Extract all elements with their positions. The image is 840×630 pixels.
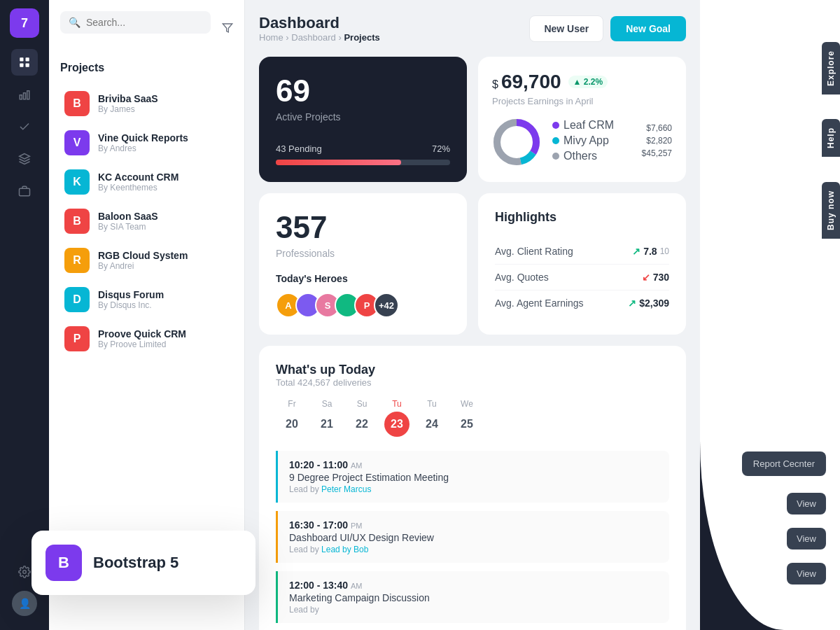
legend-item: Others [552, 150, 631, 162]
progress-pct: 72% [432, 144, 450, 154]
project-item[interactable]: V Vine Quick Reports By Andres [60, 125, 233, 161]
calendar-day[interactable]: Tu 23 [381, 399, 413, 437]
event-lead: Lead by Peter Marcus [289, 484, 658, 494]
project-name: Briviba SaaS [98, 93, 158, 104]
sidebar-item-briefcase[interactable] [11, 178, 38, 204]
cal-day-num: 24 [419, 412, 444, 437]
projects-title: Projects [60, 62, 233, 74]
legend-item: Leaf CRM [552, 119, 631, 132]
event-lead-link[interactable]: Lead by Bob [321, 545, 368, 554]
earnings-dollar: $ [492, 78, 498, 91]
project-logo: B [64, 209, 90, 234]
calendar-day[interactable]: Su 22 [346, 399, 378, 437]
svg-point-9 [23, 570, 27, 574]
view-button-3[interactable]: View [787, 563, 826, 584]
calendar-day[interactable]: Tu 24 [416, 399, 448, 437]
card-earnings: $ 69,700 ▲ 2.2% Projects Earnings in Apr… [478, 57, 686, 182]
progress-bar [276, 160, 450, 165]
view-button-2[interactable]: View [787, 528, 826, 550]
project-name: Disqus Forum [98, 289, 164, 300]
event-item: 12:00 - 13:40 AM Marketing Campaign Disc… [276, 571, 669, 623]
highlight-value: ↗ 7.8 10 [632, 246, 669, 257]
event-lead: Lead by [289, 605, 658, 615]
project-item[interactable]: B Briviba SaaS By James [60, 85, 233, 122]
event-item: 10:20 - 11:00 AM 9 Degree Project Estima… [276, 451, 669, 503]
highlight-key: Avg. Client Rating [495, 246, 573, 257]
project-by: By Disqus Inc. [98, 300, 164, 310]
schedule-subtitle: Total 424,567 deliveries [276, 377, 669, 388]
trend-up-icon: ↗ [628, 298, 636, 309]
heroes-label: Today's Heroes [276, 273, 450, 284]
cal-day-num: 23 [384, 412, 410, 437]
svg-rect-5 [24, 93, 26, 99]
highlight-key: Avg. Agent Earnings [495, 298, 584, 309]
svg-rect-3 [26, 64, 29, 67]
calendar-day[interactable]: We 25 [451, 399, 483, 437]
page-title: Dashboard [259, 14, 380, 32]
report-center-button[interactable]: Report Cecnter [742, 451, 826, 476]
svg-marker-10 [223, 24, 232, 32]
calendar-day[interactable]: Sa 21 [311, 399, 343, 437]
schedule-title: What's up Today [276, 363, 669, 377]
search-input[interactable] [86, 17, 202, 28]
project-item[interactable]: D Disqus Forum By Disqus Inc. [60, 281, 233, 318]
heroes-avatars: ASP+42 [276, 293, 450, 318]
cal-day-num: 21 [314, 412, 340, 437]
legend-dot [552, 153, 559, 160]
new-user-button[interactable]: New User [529, 15, 603, 42]
svg-rect-0 [20, 57, 23, 61]
calendar-day[interactable]: Fr 20 [276, 399, 308, 437]
legend-amount: $2,820 [642, 136, 672, 146]
projects-list: B Briviba SaaS By James V Vine Quick Rep… [60, 85, 233, 357]
cal-day-name: Tu [416, 399, 448, 409]
event-name: 9 Degree Project Estimation Meeting [289, 472, 658, 483]
project-item[interactable]: R RGB Cloud System By Andrei [60, 242, 233, 279]
event-lead-link[interactable]: Peter Marcus [321, 484, 371, 494]
filter-button[interactable] [222, 22, 233, 36]
highlight-row: Avg. Agent Earnings ↗ $2,309 [495, 290, 669, 316]
bootstrap-logo: B [49, 545, 82, 581]
legend-amount: $45,257 [642, 148, 672, 158]
project-item[interactable]: P Proove Quick CRM By Proove Limited [60, 321, 233, 357]
explore-tab[interactable]: Explore [822, 42, 840, 94]
sidebar-item-tasks[interactable] [11, 113, 38, 140]
card-active-projects: 69 Active Projects 43 Pending 72% [259, 57, 467, 182]
earnings-label: Projects Earnings in April [492, 96, 672, 106]
header-actions: New User New Goal [529, 15, 686, 42]
event-time: 10:20 - 11:00 AM [289, 459, 658, 470]
project-name: Baloon SaaS [98, 211, 158, 222]
earnings-badge: ▲ 2.2% [568, 76, 608, 88]
project-name: RGB Cloud System [98, 250, 188, 261]
user-number-badge[interactable]: 7 [10, 8, 39, 38]
view-button-1[interactable]: View [787, 493, 826, 514]
svg-rect-2 [20, 64, 23, 67]
help-tab[interactable]: Help [822, 119, 840, 157]
highlights-title: Highlights [495, 210, 669, 225]
project-name: Proove Quick CRM [98, 328, 186, 340]
new-goal-button[interactable]: New Goal [610, 16, 686, 41]
sidebar-item-layers[interactable] [11, 146, 38, 172]
legend-dot [552, 137, 559, 144]
event-name: Marketing Campaign Discussion [289, 592, 658, 603]
bootstrap-title: Bootstrap 5 [93, 554, 178, 572]
project-name: Vine Quick Reports [98, 132, 188, 144]
projects-panel: 🔍 Projects B Briviba SaaS By James V Vin… [49, 0, 245, 630]
bootstrap-popup: B Bootstrap 5 [49, 531, 245, 595]
project-item[interactable]: K KC Account CRM By Keenthemes [60, 164, 233, 200]
buynow-tab[interactable]: Buy now [822, 182, 840, 239]
card-schedule: What's up Today Total 424,567 deliveries… [259, 346, 686, 630]
card-professionals: 357 Professionals Today's Heroes ASP+42 [259, 193, 467, 335]
main-content: Dashboard Home › Dashboard › Projects Ne… [245, 0, 700, 630]
sidebar-item-dashboard[interactable] [11, 49, 38, 76]
project-logo: B [64, 91, 90, 116]
project-item[interactable]: B Baloon SaaS By SIA Team [60, 203, 233, 239]
professionals-count: 357 [276, 210, 450, 245]
user-avatar[interactable]: 👤 [12, 591, 37, 616]
svg-rect-8 [20, 188, 30, 196]
project-logo: R [64, 248, 90, 273]
highlight-value: ↙ 730 [642, 272, 669, 283]
active-projects-count: 69 [276, 74, 450, 108]
svg-rect-4 [20, 95, 22, 99]
sidebar-item-charts[interactable] [11, 81, 38, 108]
cards-row-1: 69 Active Projects 43 Pending 72% $ 69,7… [259, 57, 686, 182]
